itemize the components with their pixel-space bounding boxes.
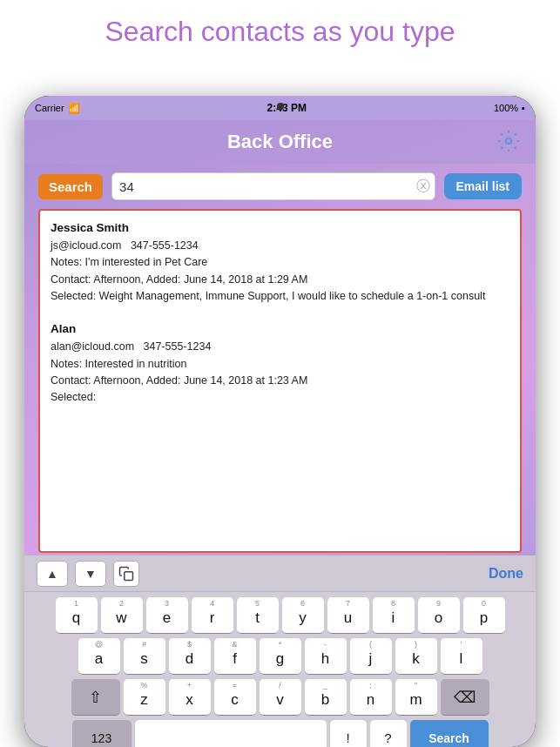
key-question[interactable]: ?: [370, 720, 407, 747]
key-o[interactable]: 9o: [418, 597, 460, 634]
contact-name-0: Jessica Smith: [51, 219, 509, 238]
kb-down-button[interactable]: ▼: [75, 561, 106, 587]
contact-contact-1: Contact: Afternoon, Added: June 14, 2018…: [51, 373, 509, 389]
key-p[interactable]: 0p: [463, 597, 505, 634]
key-w[interactable]: 2w: [101, 597, 143, 634]
page-title-area: Search contacts as you type: [0, 0, 560, 60]
key-u[interactable]: 7u: [327, 597, 369, 634]
key-t[interactable]: 5t: [237, 597, 279, 634]
key-k[interactable]: )k: [395, 638, 437, 675]
key-j[interactable]: (j: [350, 638, 392, 675]
status-time: 2:43 PM: [267, 102, 307, 114]
camera-notch: [277, 103, 284, 110]
contact-block-1: Alan alan@icloud.com 347-555-1234 Notes:…: [51, 320, 509, 406]
contact-email-phone-1: alan@icloud.com 347-555-1234: [51, 339, 509, 355]
kb-toolbar-left: ▲ ▼: [37, 561, 139, 587]
search-input[interactable]: [111, 172, 435, 200]
key-e[interactable]: 3e: [146, 597, 188, 634]
kb-up-button[interactable]: ▲: [37, 561, 68, 587]
key-y[interactable]: 6y: [282, 597, 324, 634]
key-h[interactable]: -h: [305, 638, 347, 675]
page-title: Search contacts as you type: [105, 16, 455, 47]
key-c[interactable]: =c: [214, 679, 256, 716]
email-list-button[interactable]: Email list: [444, 173, 522, 199]
search-keyboard-button[interactable]: Search: [410, 720, 489, 747]
done-button[interactable]: Done: [489, 566, 523, 582]
search-input-container: ⓧ: [111, 172, 435, 200]
wifi-icon: 📶: [68, 103, 80, 114]
gear-icon[interactable]: [497, 130, 522, 154]
keyboard-keys: 1q 2w 3e 4r 5t 6y 7u 8i 9o 0p @a #s $d &…: [24, 592, 536, 747]
nav-title: Back Office: [227, 131, 333, 153]
keyboard-toolbar: ▲ ▼ Done: [24, 555, 536, 592]
status-left: Carrier 📶: [35, 103, 80, 114]
results-area[interactable]: Jessica Smith js@icloud.com 347-555-1234…: [38, 209, 522, 553]
key-z[interactable]: %z: [124, 679, 165, 716]
key-g[interactable]: *g: [260, 638, 301, 675]
key-i[interactable]: 8i: [373, 597, 415, 634]
app-content: Back Office Search ⓧ Email list Jessica …: [24, 120, 536, 555]
status-right: 100% ▪: [494, 103, 525, 113]
key-a[interactable]: @a: [78, 638, 120, 675]
key-s[interactable]: #s: [124, 638, 165, 675]
toolbar: Search ⓧ Email list: [24, 164, 536, 209]
clear-icon[interactable]: ⓧ: [416, 178, 430, 196]
contact-notes-0: Notes: I'm interested in Pet Care: [51, 254, 509, 271]
svg-point-0: [506, 138, 512, 145]
kb-copy-button[interactable]: [113, 561, 139, 587]
key-delete[interactable]: [441, 679, 489, 716]
contact-name-1: Alan: [51, 320, 509, 339]
contact-selected-1: Selected:: [51, 389, 509, 406]
key-q[interactable]: 1q: [56, 597, 98, 634]
key-d[interactable]: $d: [169, 638, 211, 675]
key-b[interactable]: _b: [305, 679, 347, 716]
key-r[interactable]: 4r: [192, 597, 233, 634]
key-n[interactable]: ;n: [350, 679, 392, 716]
key-row-3: ⇧ %z +x =c /v _b ;n "m: [28, 679, 532, 716]
search-button[interactable]: Search: [38, 174, 103, 199]
key-x[interactable]: +x: [169, 679, 211, 716]
key-shift[interactable]: ⇧: [71, 679, 120, 716]
contact-block-0: Jessica Smith js@icloud.com 347-555-1234…: [51, 219, 509, 305]
contact-selected-0: Selected: Weight Management, Immune Supp…: [51, 288, 509, 305]
key-row-4: 123 ! ? Search: [28, 720, 532, 747]
key-l[interactable]: 'l: [441, 638, 482, 675]
key-row-1: 1q 2w 3e 4r 5t 6y 7u 8i 9o 0p: [28, 597, 532, 634]
key-exclamation[interactable]: !: [330, 720, 367, 747]
keyboard-area: ▲ ▼ Done 1q 2w 3e 4r 5t 6y: [24, 555, 536, 747]
nav-bar: Back Office: [24, 120, 536, 164]
key-m[interactable]: "m: [395, 679, 437, 716]
key-f[interactable]: &f: [214, 638, 256, 675]
contact-contact-0: Contact: Afternoon, Added: June 14, 2018…: [51, 272, 509, 288]
key-row-2: @a #s $d &f *g -h (j )k 'l: [28, 638, 532, 675]
svg-rect-1: [125, 571, 133, 580]
device-frame: Carrier 📶 2:43 PM 100% ▪ Back Office Sea…: [24, 96, 536, 747]
battery-icon: ▪: [522, 103, 525, 113]
key-v[interactable]: /v: [260, 679, 301, 716]
battery-label: 100%: [494, 103, 518, 113]
key-123[interactable]: 123: [72, 720, 132, 747]
contact-email-phone-0: js@icloud.com 347-555-1234: [51, 238, 509, 254]
contact-notes-1: Notes: Interested in nutrition: [51, 356, 509, 373]
key-space[interactable]: [135, 720, 327, 747]
carrier-label: Carrier: [35, 103, 64, 113]
